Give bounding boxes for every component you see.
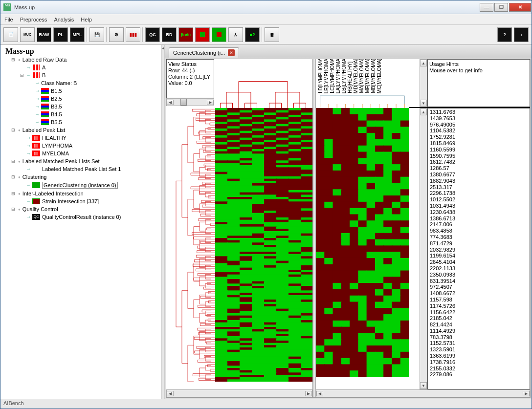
tb-cl2-button[interactable] <box>212 27 226 42</box>
vs-row: Row: 44 (-) <box>168 67 212 74</box>
close-window-button[interactable] <box>509 3 531 12</box>
menu-preprocess[interactable]: Preprocess <box>20 17 47 22</box>
vscroll-top2[interactable]: ▲▼ <box>420 59 427 107</box>
tree-label: MYELOMA <box>42 151 69 156</box>
tree-item[interactable]: ⊟●Labeled Raw Data <box>11 56 159 64</box>
tree-label: B4.5 <box>51 111 62 117</box>
tree-item[interactable]: ⊸B3.5 <box>29 103 159 110</box>
pk-icon <box>32 151 40 156</box>
tree-item[interactable]: ⊸Strain Intersection [337] <box>20 197 159 205</box>
restore-button[interactable] <box>494 3 508 12</box>
tree[interactable]: ⊟●Labeled Raw Data⊸A⊟⊸B⊸Class Name: B⊸B1… <box>2 56 159 221</box>
tb-muc-icon[interactable]: MUC <box>20 27 35 42</box>
tb-doc-icon[interactable]: 📄 <box>3 27 18 42</box>
tree-label: QualityControlResult (instance 0) <box>42 214 121 220</box>
tb-chart-icon[interactable]: ▮▮▮ <box>126 27 140 42</box>
app-icon: Mu <box>3 3 11 11</box>
app-window: Mu Mass-up File Preprocess Analysis Help… <box>0 0 532 409</box>
splitter[interactable] <box>162 45 165 399</box>
heatmap-2[interactable] <box>316 108 420 389</box>
hscroll1[interactable]: ◀▶ <box>166 98 214 106</box>
tree-label: Quality Control <box>22 206 58 212</box>
column-labels: LD[LYMPHOMA]LE[LYMPHOMA]LC[LYMPHOMA]LA[L… <box>316 59 420 93</box>
hints-text: Mouse over to get info <box>429 67 528 74</box>
menu-analysis[interactable]: Analysis <box>54 17 74 22</box>
tb-bd-button[interactable]: BD <box>162 27 177 42</box>
logo: Mass-up <box>2 47 159 56</box>
tb-strain-button[interactable]: ∫train <box>178 27 193 42</box>
tb-dendro-icon[interactable]: ⅄ <box>228 27 243 42</box>
hscroll-bottom-2[interactable]: ◀▶ <box>316 389 530 397</box>
tab-clustering[interactable]: GenericClustering (i... ✕ <box>169 47 239 58</box>
tb-save-icon[interactable]: 💾 <box>89 27 104 42</box>
tree-item[interactable]: ⊸B1.5 <box>29 87 159 95</box>
tree-label: Labeled Peak List <box>22 127 65 133</box>
tree-item[interactable]: ⊸MYELOMA <box>20 150 159 157</box>
tree-item[interactable]: ⊸B5.5 <box>29 118 159 126</box>
tb-sep <box>142 27 143 42</box>
tb-raw-button[interactable]: RAW <box>37 27 51 42</box>
tree-item[interactable]: ⊸B2.5 <box>29 95 159 103</box>
tree-label: Labeled Raw Data <box>22 57 67 63</box>
tb-sep <box>106 27 107 42</box>
toolbar: 📄 MUC RAW PL MPL 💾 ⚙ ▮▮▮ QC BD ∫train ⅄ … <box>0 25 532 44</box>
heatmap-1[interactable] <box>215 108 312 389</box>
tb-qc2-button[interactable]: ■? <box>245 27 260 42</box>
tree-item[interactable]: ⊸GenericClustering (instance 0) <box>20 181 159 190</box>
tb-settings-icon[interactable]: ⚙ <box>109 27 124 42</box>
tree-item[interactable]: ⊸A <box>20 64 159 71</box>
tree-label: LYMPHOMA <box>42 143 72 149</box>
window-buttons <box>479 3 532 12</box>
row-labels: 1311.67631439.7653976.490051104.53821752… <box>427 108 530 389</box>
tree-label: Inter-Labeled Intersection <box>22 191 84 196</box>
tb-sep <box>262 27 263 42</box>
tree-label: B1.5 <box>51 88 62 94</box>
window-title: Mass-up <box>14 4 479 10</box>
tree-label: B3.5 <box>51 104 62 109</box>
tree-item[interactable]: ⊸B4.5 <box>29 110 159 118</box>
raw-icon <box>32 65 40 70</box>
dendro-top-1 <box>214 59 312 108</box>
tree-item[interactable]: ⊟●Inter-Labeled Intersection <box>11 190 159 197</box>
menu-file[interactable]: File <box>4 17 13 22</box>
tb-help-button[interactable]: ? <box>497 27 512 42</box>
hscroll-bottom-1[interactable]: ◀▶ <box>166 389 312 397</box>
tree-item[interactable]: ⊸Labeled Matched Peak List Set 1 <box>20 165 159 173</box>
tree-item[interactable]: ⊟●Labeled Matched Peak Lists Set <box>11 157 159 165</box>
tb-trash-icon[interactable]: 🗑 <box>265 27 279 42</box>
vscroll2[interactable]: ▲▼ <box>420 108 427 389</box>
panel-left-heatmap: View Status Row: 44 (-) Column: 2 (LE[LY… <box>166 59 313 397</box>
tree-item[interactable]: ⊟⊸B <box>20 71 159 79</box>
tree-item[interactable]: ⊸HEALTHY <box>20 134 159 142</box>
dendro-top-2-wrap: LD[LYMPHOMA]LE[LYMPHOMA]LC[LYMPHOMA]LA[L… <box>316 59 420 107</box>
bars-icon <box>41 111 49 117</box>
tree-item[interactable]: ⊟●Quality Control <box>11 205 159 213</box>
tb-mpl-button[interactable]: MPL <box>70 27 85 42</box>
tree-item[interactable]: ⊟●Clustering <box>11 173 159 181</box>
minimize-button[interactable] <box>480 3 493 12</box>
tree-label: Labeled Matched Peak List Set 1 <box>42 166 121 172</box>
tree-item[interactable]: ⊸QCQualityControlResult (instance 0) <box>20 213 159 221</box>
tb-pl-button[interactable]: PL <box>53 27 68 42</box>
tb-qc-button[interactable]: QC <box>145 27 160 42</box>
pk-icon <box>32 143 40 149</box>
tree-label: Labeled Matched Peak Lists Set <box>22 158 100 164</box>
tree-item[interactable]: ⊟●Labeled Peak List <box>11 126 159 134</box>
bars-icon <box>41 104 49 109</box>
tabbar: GenericClustering (i... ✕ <box>165 45 532 58</box>
raw-icon <box>32 72 40 78</box>
tb-cl1-button[interactable] <box>195 27 210 42</box>
tb-info-button[interactable]: i <box>514 27 529 42</box>
titlebar[interactable]: Mu Mass-up <box>0 0 532 14</box>
tree-label: B2.5 <box>51 96 62 102</box>
view-status-wrap: View Status Row: 44 (-) Column: 2 (LE[LY… <box>166 59 214 108</box>
tree-label: HEALTHY <box>42 135 66 141</box>
view-status-box: View Status Row: 44 (-) Column: 2 (LE[LY… <box>166 59 214 98</box>
tree-label: B5.5 <box>51 119 62 125</box>
main-body: Mass-up ⊟●Labeled Raw Data⊸A⊟⊸B⊸Class Na… <box>0 44 532 399</box>
tree-item[interactable]: ⊸Class Name: B <box>29 79 159 87</box>
tree-label: Class Name: B <box>41 80 77 86</box>
menu-help[interactable]: Help <box>81 17 92 22</box>
tab-close-icon[interactable]: ✕ <box>228 49 235 56</box>
tree-item[interactable]: ⊸LYMPHOMA <box>20 142 159 150</box>
